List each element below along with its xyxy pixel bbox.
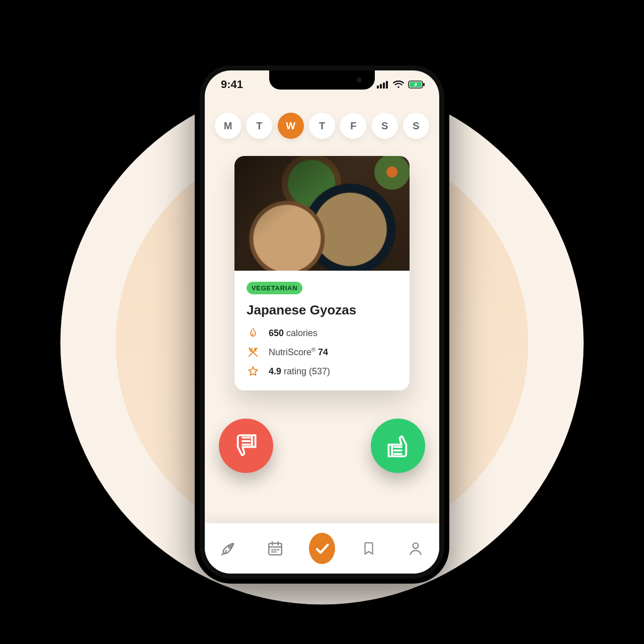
calories-text: 650 calories <box>269 328 317 339</box>
flame-icon <box>247 327 260 339</box>
swipe-actions <box>205 390 439 473</box>
day-saturday[interactable]: S <box>372 113 398 139</box>
nutriscore-value: 74 <box>318 347 328 357</box>
battery-charging-icon <box>408 80 425 89</box>
thumbs-up-icon <box>384 432 412 460</box>
meal-title: Japanese Gyozas <box>247 302 397 318</box>
status-time: 9:41 <box>221 78 243 91</box>
meal-hero-image <box>234 156 410 271</box>
rating-value: 4.9 <box>269 366 281 376</box>
nav-explore[interactable] <box>215 535 242 561</box>
rating-count: (537) <box>309 366 330 376</box>
phone-frame: 9:41 <box>195 60 449 584</box>
svg-rect-2 <box>383 83 385 89</box>
device-notch <box>269 70 375 90</box>
day-sunday[interactable]: S <box>403 113 429 139</box>
rating-text: 4.9 rating (537) <box>269 366 330 377</box>
svg-rect-0 <box>377 86 379 89</box>
day-tuesday[interactable]: T <box>246 113 272 139</box>
svg-rect-1 <box>380 84 382 89</box>
thumbs-down-icon <box>232 432 260 460</box>
dislike-button[interactable] <box>219 419 273 473</box>
bottom-nav <box>205 523 439 574</box>
rating-word: rating <box>284 366 306 376</box>
meal-facts: 650 calories Nutr <box>247 327 397 377</box>
week-selector: M T W T F S S <box>205 99 439 144</box>
nutriscore-label: NutriScore <box>269 347 311 357</box>
meal-card-body: VEGETARIAN Japanese Gyozas 650 calories <box>234 271 410 390</box>
check-icon <box>313 540 331 557</box>
day-wednesday[interactable]: W <box>278 113 304 139</box>
cellular-icon <box>377 80 389 89</box>
meal-card[interactable]: VEGETARIAN Japanese Gyozas 650 calories <box>234 156 410 390</box>
app-screen: 9:41 <box>205 70 439 574</box>
nutriscore-text: NutriScore® 74 <box>269 347 328 358</box>
day-thursday[interactable]: T <box>309 113 335 139</box>
nav-primary-pill <box>309 533 335 564</box>
svg-rect-9 <box>269 543 282 555</box>
nav-today[interactable] <box>309 535 335 561</box>
calendar-icon <box>267 540 284 557</box>
rocket-icon <box>220 540 237 557</box>
nutriscore-reg: ® <box>311 347 315 353</box>
status-indicators <box>377 80 425 89</box>
like-button[interactable] <box>371 419 425 473</box>
nav-saved[interactable] <box>356 535 382 561</box>
day-friday[interactable]: F <box>340 113 366 139</box>
calories-unit: calories <box>286 328 317 338</box>
fact-rating: 4.9 rating (537) <box>247 365 397 377</box>
cutlery-icon <box>247 346 260 358</box>
nav-calendar[interactable] <box>262 535 288 561</box>
star-icon <box>247 365 260 377</box>
svg-rect-3 <box>386 81 388 89</box>
svg-rect-6 <box>423 83 425 86</box>
nav-profile[interactable] <box>403 535 429 561</box>
svg-point-10 <box>413 543 419 548</box>
bookmark-icon <box>361 540 376 557</box>
wifi-icon <box>393 80 404 89</box>
calories-value: 650 <box>269 328 284 338</box>
fact-nutriscore: NutriScore® 74 <box>247 346 397 358</box>
svg-point-4 <box>397 86 399 88</box>
day-monday[interactable]: M <box>215 113 241 139</box>
user-icon <box>408 540 424 557</box>
fact-calories: 650 calories <box>247 327 397 339</box>
diet-badge: VEGETARIAN <box>247 282 302 294</box>
